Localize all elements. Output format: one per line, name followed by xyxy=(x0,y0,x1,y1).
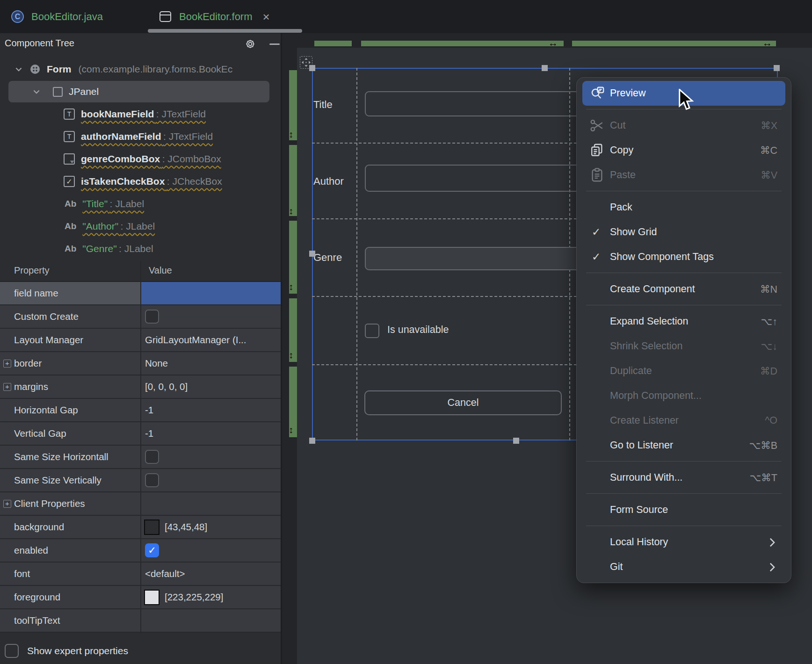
menu-item-duplicate[interactable]: Duplicate ⌘D xyxy=(577,359,791,383)
expand-icon[interactable]: + xyxy=(3,500,11,508)
tree-item-genrecombobox[interactable]: genreComboBox : JComboBox xyxy=(0,148,282,170)
menu-item-show-component-tags[interactable]: ✓ Show Component Tags xyxy=(577,245,791,269)
tree-item-istakencheckbox[interactable]: ✓ isTakenCheckBox : JCheckBox xyxy=(0,170,282,193)
resize-handle[interactable] xyxy=(309,65,315,71)
label-icon: Ab xyxy=(65,221,76,231)
form-file-icon xyxy=(160,11,171,22)
column-divider xyxy=(140,261,141,634)
tree-item-genre-label[interactable]: Ab "Genre" : JLabel xyxy=(0,238,282,260)
resize-handle[interactable] xyxy=(309,251,315,257)
menu-separator xyxy=(586,461,782,462)
horizontal-resize-icon[interactable]: ↔ xyxy=(762,37,772,49)
horizontal-resize-icon[interactable]: ↔ xyxy=(548,37,558,49)
foreground-color-swatch[interactable] xyxy=(144,590,160,605)
context-menu: Preview Cut ⌘X Copy ⌘C Paste ⌘V Pack ✓ S… xyxy=(576,77,791,583)
canvas-cancel-button[interactable]: Cancel xyxy=(364,390,562,415)
same-size-horizontally-checkbox[interactable] xyxy=(145,450,159,464)
canvas-title-label[interactable]: Title xyxy=(313,99,333,111)
submenu-arrow-icon xyxy=(769,537,776,548)
textfield-icon: T xyxy=(64,108,75,120)
checkmark-icon: ✓ xyxy=(592,251,601,263)
vertical-resize-icon[interactable]: ↕ xyxy=(289,206,293,217)
show-expert-properties-checkbox[interactable] xyxy=(5,644,19,658)
label-icon: Ab xyxy=(65,199,76,209)
active-tab-underline xyxy=(148,29,302,33)
menu-item-cut[interactable]: Cut ⌘X xyxy=(577,113,791,138)
menu-item-form-source[interactable]: Form Source xyxy=(577,498,791,522)
tree-item-label: genreComboBox xyxy=(81,153,160,164)
checkmark-icon: ✓ xyxy=(592,226,601,238)
same-size-vertically-checkbox[interactable] xyxy=(145,473,159,487)
grid-column-line xyxy=(356,68,357,440)
expand-icon[interactable]: + xyxy=(3,383,11,391)
component-tree-panel: Component Tree Form (com.example.library… xyxy=(0,33,282,664)
menu-separator xyxy=(586,526,782,526)
tree-item-authornamefield[interactable]: T authorNameField : JTextField xyxy=(0,125,282,148)
menu-item-git[interactable]: Git xyxy=(577,555,791,579)
menu-item-paste[interactable]: Paste ⌘V xyxy=(577,163,791,188)
grid-column-header-2[interactable] xyxy=(361,41,564,46)
tab-bookeditor-java[interactable]: C BookEditor.java xyxy=(11,0,103,33)
vertical-resize-icon[interactable]: ↕ xyxy=(289,425,293,435)
tree-item-form-root[interactable]: Form (com.example.library.forms.BookEc xyxy=(0,58,282,80)
menu-item-go-to-listener[interactable]: Go to Listener ⌥⌘B xyxy=(577,433,791,458)
menu-separator xyxy=(586,305,782,305)
canvas-author-label[interactable]: Author xyxy=(313,175,344,188)
tree-item-author-label[interactable]: Ab "Author" : JLabel xyxy=(0,215,282,238)
menu-item-morph-component[interactable]: Morph Component... xyxy=(577,383,791,408)
menu-item-expand-selection[interactable]: Expand Selection ⌥↑ xyxy=(577,309,791,334)
menu-item-shrink-selection[interactable]: Shrink Selection ⌥↓ xyxy=(577,334,791,359)
menu-item-pack[interactable]: Pack xyxy=(577,195,791,220)
grid-column-header-3[interactable] xyxy=(572,41,776,46)
custom-create-checkbox[interactable] xyxy=(145,310,159,324)
tab-label: BookEditor.java xyxy=(31,11,103,23)
tree-item-type: : JLabel xyxy=(119,243,153,254)
label-icon: Ab xyxy=(65,244,76,254)
menu-item-show-grid[interactable]: ✓ Show Grid xyxy=(577,220,791,245)
panel-title: Component Tree xyxy=(5,38,74,49)
resize-handle[interactable] xyxy=(513,438,519,444)
field-name-value-editor[interactable] xyxy=(141,282,282,304)
menu-item-copy[interactable]: Copy ⌘C xyxy=(577,138,791,163)
background-color-swatch[interactable] xyxy=(144,520,160,535)
tree-item-booknamefield[interactable]: T bookNameField : JTextField xyxy=(0,103,282,125)
grid-column-header-1[interactable] xyxy=(314,41,352,46)
menu-item-create-component[interactable]: Create Component ⌘N xyxy=(577,277,791,302)
menu-item-surround-with[interactable]: Surround With... ⌥⌘T xyxy=(577,465,791,490)
tree-item-label: bookNameField xyxy=(81,108,154,119)
canvas-genre-label[interactable]: Genre xyxy=(313,252,342,264)
resize-handle[interactable] xyxy=(309,438,315,444)
tab-bookeditor-form[interactable]: BookEditor.form × xyxy=(160,0,270,33)
resize-handle[interactable] xyxy=(774,65,780,71)
vertical-resize-icon[interactable]: ↕ xyxy=(289,350,293,361)
tree-item-title-label[interactable]: Ab "Title" : JLabel xyxy=(0,193,282,215)
canvas-checkbox-label[interactable]: Is unavailable xyxy=(387,324,449,336)
gear-icon[interactable] xyxy=(243,37,257,51)
enabled-checkbox[interactable]: ✓ xyxy=(145,543,159,557)
menu-separator xyxy=(586,191,782,191)
column-header-value: Value xyxy=(149,265,172,276)
tree-item-label: "Author" xyxy=(82,221,118,231)
vertical-resize-icon[interactable]: ↕ xyxy=(289,281,293,292)
tree-item-type: : JTextField xyxy=(163,131,213,142)
chevron-down-icon[interactable] xyxy=(32,87,41,96)
menu-separator xyxy=(586,493,782,494)
vertical-resize-icon[interactable]: ↕ xyxy=(289,129,293,140)
resize-handle[interactable] xyxy=(542,65,548,71)
tree-item-jpanel[interactable]: JPanel xyxy=(0,80,282,103)
tree-item-label: "Genre" xyxy=(82,243,116,254)
expand-icon[interactable]: + xyxy=(3,360,11,368)
tree-item-label: authorNameField xyxy=(81,131,161,142)
submenu-arrow-icon xyxy=(769,562,776,572)
jpanel-icon xyxy=(53,87,63,97)
close-icon[interactable]: × xyxy=(263,11,270,23)
canvas-unavailable-checkbox[interactable] xyxy=(365,324,379,338)
component-tree-header: Component Tree xyxy=(0,33,282,55)
column-header-property: Property xyxy=(14,265,50,276)
tree-item-type: : JLabel xyxy=(110,198,145,209)
chevron-down-icon[interactable] xyxy=(14,65,23,74)
minimize-icon[interactable] xyxy=(268,37,282,51)
menu-item-create-listener[interactable]: Create Listener ^O xyxy=(577,408,791,433)
menu-separator xyxy=(586,273,782,273)
menu-item-local-history[interactable]: Local History xyxy=(577,530,791,555)
